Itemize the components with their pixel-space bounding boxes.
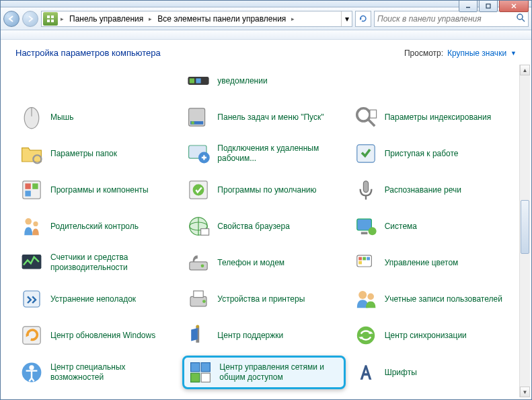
svg-rect-13: [196, 78, 201, 83]
item-label: Центр обновления Windows: [50, 331, 155, 341]
control-panel-item[interactable]: Экран: [15, 393, 178, 397]
control-panel-item[interactable]: Шрифты: [350, 356, 512, 389]
control-panel-item[interactable]: Счетчики и средства производительности: [15, 246, 178, 279]
view-selector: Просмотр: Крупные значки ▼: [404, 48, 517, 58]
control-panel-item[interactable]: Параметры папок: [15, 137, 178, 170]
maximize-button[interactable]: [479, 0, 498, 12]
svg-rect-4: [47, 15, 50, 18]
control-panel-item[interactable]: Приступая к работе: [350, 137, 512, 170]
svg-point-42: [368, 227, 376, 235]
item-label: уведомлении: [217, 76, 267, 86]
control-panel-item[interactable]: Система: [350, 210, 512, 242]
scroll-track[interactable]: [520, 75, 530, 387]
internet-options-icon: [186, 214, 211, 238]
item-label: Устранение неполадок: [50, 294, 136, 304]
control-panel-item[interactable]: Программы и компоненты: [15, 174, 178, 206]
svg-rect-28: [32, 183, 38, 189]
control-panel-item[interactable]: Центр специальных возможностей: [15, 356, 178, 389]
control-panel-item[interactable]: Учетные записи пользователей: [350, 283, 512, 315]
control-panel-item[interactable]: Управление цветом: [350, 246, 512, 279]
item-label: Система: [385, 222, 417, 232]
svg-rect-50: [358, 261, 362, 265]
control-panel-item[interactable]: уведомлении: [182, 65, 345, 97]
control-panel-item[interactable]: Программы по умолчанию: [182, 174, 345, 206]
close-button[interactable]: [499, 0, 529, 12]
breadcrumb-item[interactable]: Панель управления: [65, 11, 147, 26]
control-panel-item[interactable]: Центр поддержки: [182, 319, 345, 352]
control-panel-item[interactable]: Центр синхронизации: [350, 319, 512, 352]
svg-rect-69: [202, 373, 211, 382]
item-label: Подключения к удаленным рабочим...: [217, 143, 341, 164]
svg-rect-49: [367, 257, 370, 261]
back-button[interactable]: [3, 11, 20, 27]
item-label: Счетчики и средства производительности: [50, 253, 174, 273]
control-panel-item[interactable]: Язык и региональные стандарты: [350, 393, 512, 397]
taskbar-icon: [186, 105, 211, 129]
svg-point-56: [367, 294, 374, 300]
scrollbar[interactable]: ▲ ▼: [519, 65, 530, 397]
control-panel-item[interactable]: Параметры индексирования: [350, 101, 512, 133]
breadcrumb-item[interactable]: Все элементы панели управления: [153, 11, 290, 26]
svg-point-45: [201, 264, 204, 267]
control-panel-item[interactable]: Подключения к удаленным рабочим...: [182, 137, 345, 170]
svg-rect-44: [190, 262, 207, 270]
refresh-button[interactable]: [355, 11, 371, 27]
forward-button[interactable]: [22, 11, 38, 27]
control-panel-item[interactable]: Панель задач и меню "Пуск": [182, 101, 345, 133]
phone-modem-icon: [186, 251, 211, 275]
svg-point-65: [29, 365, 34, 370]
item-label: Устройства и принтеры: [217, 294, 305, 304]
svg-point-19: [356, 108, 369, 121]
folder-options-icon: [20, 141, 44, 166]
control-panel-item[interactable]: Родительский контроль: [15, 210, 178, 242]
getting-started-icon: [354, 141, 378, 166]
control-panel-item[interactable]: Устройства и принтеры: [182, 283, 345, 315]
notification-area-icon: [186, 69, 211, 93]
svg-rect-5: [51, 15, 54, 18]
svg-point-18: [192, 121, 195, 125]
scroll-down-button[interactable]: ▼: [520, 387, 530, 397]
search-input[interactable]: [377, 14, 516, 24]
chevron-right-icon: ▸: [147, 15, 153, 22]
search-icon[interactable]: [516, 13, 525, 25]
svg-rect-12: [190, 78, 194, 83]
chevron-down-icon[interactable]: ▼: [510, 50, 517, 57]
svg-line-20: [368, 120, 375, 127]
scroll-up-button[interactable]: ▲: [520, 65, 530, 75]
item-label: Параметры папок: [50, 149, 117, 159]
svg-point-35: [33, 222, 38, 226]
item-label: Учетные записи пользователей: [385, 294, 502, 304]
system-icon: [354, 214, 378, 238]
programs-icon: [20, 178, 44, 202]
svg-rect-47: [358, 257, 362, 261]
performance-icon: [20, 251, 44, 275]
scroll-thumb[interactable]: [521, 200, 529, 254]
minimize-button[interactable]: [459, 0, 478, 12]
item-label: Центр синхронизации: [385, 331, 467, 341]
chevron-right-icon: ▸: [290, 15, 296, 22]
search-box[interactable]: [374, 11, 529, 27]
item-label: Программы и компоненты: [50, 185, 149, 195]
control-panel-item[interactable]: Свойства браузера: [182, 210, 345, 242]
view-value[interactable]: Крупные значки: [447, 48, 506, 58]
svg-point-55: [358, 291, 367, 299]
item-label: Центр специальных возможностей: [50, 362, 174, 382]
control-panel-item[interactable]: Центр управления сетями и общим доступом: [182, 356, 345, 389]
control-panel-item[interactable]: Устранение неполадок: [15, 283, 178, 315]
control-panel-item[interactable]: Распознавание речи: [350, 174, 512, 206]
item-label: Параметры индексирования: [385, 112, 491, 123]
control-panel-item[interactable]: Центр обновления Windows: [15, 319, 178, 352]
network-sharing-icon: [188, 360, 213, 385]
troubleshoot-icon: [20, 287, 44, 311]
control-panel-item[interactable]: Телефон и модем: [182, 246, 345, 279]
page-header: Настройка параметров компьютера Просмотр…: [1, 40, 531, 65]
breadcrumb[interactable]: ▸ Панель управления ▸ Все элементы панел…: [41, 11, 352, 27]
svg-rect-1: [486, 4, 490, 8]
content-area: уведомленииМышьПанель задач и меню "Пуск…: [1, 65, 519, 397]
navbar: ▸ Панель управления ▸ Все элементы панел…: [1, 7, 531, 30]
control-panel-item[interactable]: Мышь: [15, 101, 178, 133]
breadcrumb-dropdown[interactable]: ▾: [341, 11, 352, 26]
control-panel-item[interactable]: Электропитание: [182, 393, 345, 397]
sync-center-icon: [354, 323, 378, 347]
item-label: Телефон и модем: [217, 258, 284, 268]
